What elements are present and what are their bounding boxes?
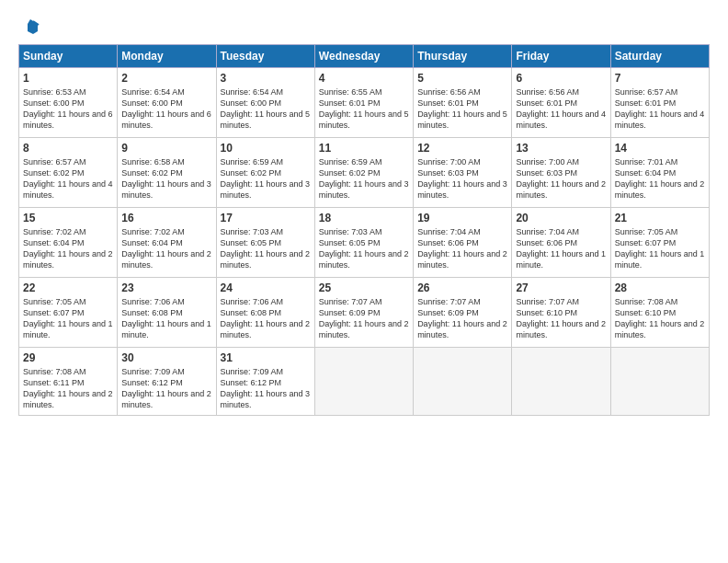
calendar-cell: 8Sunrise: 6:57 AMSunset: 6:02 PMDaylight… [19, 138, 118, 208]
day-number: 17 [221, 212, 311, 224]
calendar-cell: 22Sunrise: 7:05 AMSunset: 6:07 PMDayligh… [19, 278, 118, 348]
day-detail: Sunrise: 6:54 AMSunset: 6:00 PMDaylight:… [221, 86, 311, 132]
day-number: 11 [319, 142, 409, 155]
calendar-cell: 31Sunrise: 7:09 AMSunset: 6:12 PMDayligh… [216, 348, 314, 416]
calendar-cell: 5Sunrise: 6:56 AMSunset: 6:01 PMDaylight… [414, 68, 512, 138]
calendar-cell: 4Sunrise: 6:55 AMSunset: 6:01 PMDaylight… [314, 68, 413, 138]
day-detail: Sunrise: 6:54 AMSunset: 6:00 PMDaylight:… [121, 86, 211, 132]
calendar-cell: 9Sunrise: 6:58 AMSunset: 6:02 PMDaylight… [118, 138, 216, 208]
day-number: 23 [121, 282, 211, 294]
day-detail: Sunrise: 7:00 AMSunset: 6:03 PMDaylight:… [417, 156, 507, 201]
day-detail: Sunrise: 7:03 AMSunset: 6:05 PMDaylight:… [221, 226, 311, 271]
calendar-cell: 15Sunrise: 7:02 AMSunset: 6:04 PMDayligh… [19, 208, 118, 278]
weekday-header-monday: Monday [118, 45, 216, 68]
calendar-cell: 13Sunrise: 7:00 AMSunset: 6:03 PMDayligh… [512, 138, 610, 208]
day-detail: Sunrise: 6:59 AMSunset: 6:02 PMDaylight:… [221, 156, 311, 201]
day-detail: Sunrise: 6:57 AMSunset: 6:01 PMDaylight:… [615, 86, 705, 132]
day-number: 20 [516, 212, 606, 224]
calendar-cell: 16Sunrise: 7:02 AMSunset: 6:04 PMDayligh… [118, 208, 216, 278]
day-number: 4 [319, 72, 409, 85]
day-number: 14 [615, 142, 705, 155]
day-detail: Sunrise: 7:06 AMSunset: 6:08 PMDaylight:… [121, 296, 211, 341]
logo-icon [20, 17, 40, 37]
day-detail: Sunrise: 6:59 AMSunset: 6:02 PMDaylight:… [319, 156, 409, 201]
calendar-cell: 3Sunrise: 6:54 AMSunset: 6:00 PMDaylight… [216, 68, 314, 138]
day-number: 15 [23, 212, 113, 224]
week-row-3: 15Sunrise: 7:02 AMSunset: 6:04 PMDayligh… [19, 208, 710, 278]
weekday-header-tuesday: Tuesday [216, 45, 314, 68]
calendar-page: SundayMondayTuesdayWednesdayThursdayFrid… [0, 0, 728, 425]
day-number: 21 [615, 212, 705, 224]
weekday-header-thursday: Thursday [414, 45, 512, 68]
weekday-header-row: SundayMondayTuesdayWednesdayThursdayFrid… [19, 45, 710, 68]
week-row-2: 8Sunrise: 6:57 AMSunset: 6:02 PMDaylight… [19, 138, 710, 208]
calendar-cell: 27Sunrise: 7:07 AMSunset: 6:10 PMDayligh… [512, 278, 610, 348]
calendar-cell: 1Sunrise: 6:53 AMSunset: 6:00 PMDaylight… [19, 68, 118, 138]
day-detail: Sunrise: 7:04 AMSunset: 6:06 PMDaylight:… [516, 226, 606, 271]
calendar-table: SundayMondayTuesdayWednesdayThursdayFrid… [18, 44, 710, 416]
calendar-cell: 28Sunrise: 7:08 AMSunset: 6:10 PMDayligh… [610, 278, 709, 348]
day-detail: Sunrise: 7:02 AMSunset: 6:04 PMDaylight:… [121, 226, 211, 271]
day-detail: Sunrise: 7:07 AMSunset: 6:10 PMDaylight:… [516, 296, 606, 341]
day-detail: Sunrise: 6:56 AMSunset: 6:01 PMDaylight:… [417, 86, 507, 132]
day-number: 18 [319, 212, 409, 224]
week-row-4: 22Sunrise: 7:05 AMSunset: 6:07 PMDayligh… [19, 278, 710, 348]
week-row-1: 1Sunrise: 6:53 AMSunset: 6:00 PMDaylight… [19, 68, 710, 138]
calendar-cell: 18Sunrise: 7:03 AMSunset: 6:05 PMDayligh… [314, 208, 413, 278]
day-detail: Sunrise: 7:03 AMSunset: 6:05 PMDaylight:… [319, 226, 409, 271]
calendar-cell: 2Sunrise: 6:54 AMSunset: 6:00 PMDaylight… [118, 68, 216, 138]
calendar-cell: 12Sunrise: 7:00 AMSunset: 6:03 PMDayligh… [414, 138, 512, 208]
day-detail: Sunrise: 7:01 AMSunset: 6:04 PMDaylight:… [615, 156, 705, 201]
day-number: 6 [516, 72, 606, 85]
day-number: 13 [516, 142, 606, 155]
calendar-cell: 7Sunrise: 6:57 AMSunset: 6:01 PMDaylight… [610, 68, 709, 138]
calendar-cell [610, 348, 709, 416]
calendar-cell: 11Sunrise: 6:59 AMSunset: 6:02 PMDayligh… [314, 138, 413, 208]
calendar-cell: 6Sunrise: 6:56 AMSunset: 6:01 PMDaylight… [512, 68, 610, 138]
calendar-cell: 19Sunrise: 7:04 AMSunset: 6:06 PMDayligh… [414, 208, 512, 278]
weekday-header-saturday: Saturday [610, 45, 709, 68]
calendar-cell: 25Sunrise: 7:07 AMSunset: 6:09 PMDayligh… [314, 278, 413, 348]
day-detail: Sunrise: 7:05 AMSunset: 6:07 PMDaylight:… [23, 296, 113, 341]
day-detail: Sunrise: 7:07 AMSunset: 6:09 PMDaylight:… [319, 296, 409, 341]
day-number: 31 [221, 351, 311, 364]
day-detail: Sunrise: 6:55 AMSunset: 6:01 PMDaylight:… [319, 86, 409, 132]
calendar-cell: 17Sunrise: 7:03 AMSunset: 6:05 PMDayligh… [216, 208, 314, 278]
day-number: 8 [23, 142, 113, 155]
day-detail: Sunrise: 7:09 AMSunset: 6:12 PMDaylight:… [121, 366, 211, 411]
day-number: 27 [516, 282, 606, 294]
day-number: 22 [23, 282, 113, 294]
calendar-cell [414, 348, 512, 416]
calendar-cell [512, 348, 610, 416]
day-number: 1 [23, 72, 113, 85]
weekday-header-friday: Friday [512, 45, 610, 68]
calendar-cell: 10Sunrise: 6:59 AMSunset: 6:02 PMDayligh… [216, 138, 314, 208]
logo [18, 17, 40, 37]
day-detail: Sunrise: 7:09 AMSunset: 6:12 PMDaylight:… [221, 366, 311, 411]
calendar-cell: 26Sunrise: 7:07 AMSunset: 6:09 PMDayligh… [414, 278, 512, 348]
calendar-cell: 14Sunrise: 7:01 AMSunset: 6:04 PMDayligh… [610, 138, 709, 208]
calendar-cell: 24Sunrise: 7:06 AMSunset: 6:08 PMDayligh… [216, 278, 314, 348]
weekday-header-wednesday: Wednesday [314, 45, 413, 68]
day-number: 28 [615, 282, 705, 294]
day-detail: Sunrise: 7:04 AMSunset: 6:06 PMDaylight:… [417, 226, 507, 271]
day-number: 12 [417, 142, 507, 155]
day-detail: Sunrise: 7:08 AMSunset: 6:11 PMDaylight:… [23, 366, 113, 411]
calendar-cell: 29Sunrise: 7:08 AMSunset: 6:11 PMDayligh… [19, 348, 118, 416]
day-detail: Sunrise: 7:08 AMSunset: 6:10 PMDaylight:… [615, 296, 705, 341]
day-number: 10 [221, 142, 311, 155]
day-detail: Sunrise: 7:06 AMSunset: 6:08 PMDaylight:… [221, 296, 311, 341]
day-number: 19 [417, 212, 507, 224]
day-number: 16 [121, 212, 211, 224]
calendar-cell: 20Sunrise: 7:04 AMSunset: 6:06 PMDayligh… [512, 208, 610, 278]
weekday-header-sunday: Sunday [19, 45, 118, 68]
calendar-cell: 30Sunrise: 7:09 AMSunset: 6:12 PMDayligh… [118, 348, 216, 416]
calendar-cell [314, 348, 413, 416]
day-number: 3 [221, 72, 311, 85]
calendar-cell: 21Sunrise: 7:05 AMSunset: 6:07 PMDayligh… [610, 208, 709, 278]
day-number: 26 [417, 282, 507, 294]
day-number: 2 [121, 72, 211, 85]
day-number: 7 [615, 72, 705, 85]
day-detail: Sunrise: 6:58 AMSunset: 6:02 PMDaylight:… [121, 156, 211, 201]
day-detail: Sunrise: 7:05 AMSunset: 6:07 PMDaylight:… [615, 226, 705, 271]
